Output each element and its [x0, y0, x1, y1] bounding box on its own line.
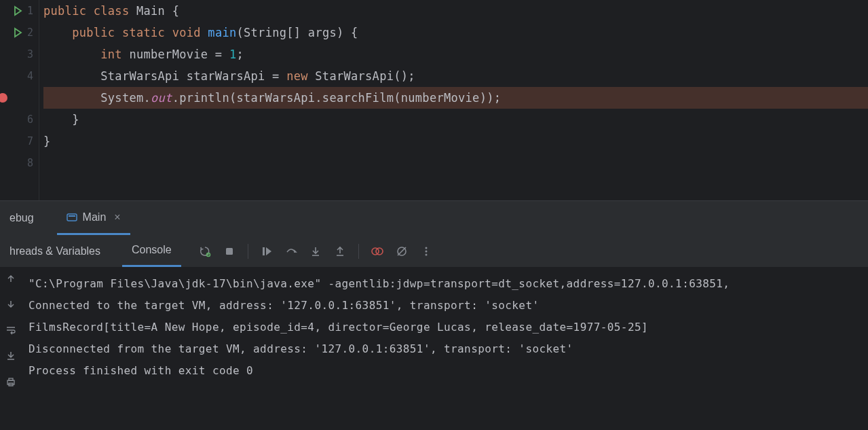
console-line: "C:\Program Files\Java\jdk-17\bin\java.e…	[29, 273, 861, 295]
gutter-line[interactable]: 2	[0, 22, 39, 43]
console-line: Disconnected from the target VM, address…	[29, 338, 861, 360]
tab-threads-variables[interactable]: hreads & Variables	[0, 235, 110, 267]
toolbar-separator	[248, 244, 248, 259]
tab-label: Main	[83, 211, 107, 223]
svg-point-8	[376, 248, 383, 255]
code-line[interactable]: }	[43, 130, 868, 152]
step-out-icon[interactable]	[334, 245, 346, 257]
svg-rect-15	[9, 378, 13, 380]
line-number: 7	[27, 135, 33, 147]
console-gutter	[0, 268, 22, 430]
svg-point-13	[425, 253, 427, 255]
close-icon[interactable]: ×	[114, 211, 120, 223]
app-icon	[67, 212, 77, 223]
gutter-line[interactable]	[0, 87, 39, 109]
run-icon[interactable]	[12, 5, 23, 16]
gutter-line[interactable]: 6	[0, 109, 39, 130]
toolbar-separator	[358, 244, 359, 259]
console-panel: "C:\Program Files\Java\jdk-17\bin\java.e…	[0, 268, 868, 430]
debug-toolbar: hreads & Variables Console	[0, 235, 868, 268]
breakpoint-icon[interactable]	[0, 93, 7, 103]
down-arrow-icon[interactable]	[5, 299, 16, 310]
tab-console[interactable]: Console	[122, 235, 181, 267]
debug-tool-window-label[interactable]: ebug	[0, 201, 43, 235]
up-arrow-icon[interactable]	[5, 273, 16, 284]
tab-run-config[interactable]: Main ×	[57, 201, 130, 235]
code-line[interactable]: public static void main(String[] args) {	[43, 22, 868, 43]
svg-rect-4	[263, 247, 265, 255]
stop-icon[interactable]	[223, 245, 235, 257]
console-line: FilmsRecord[title=A New Hope, episode_id…	[29, 317, 861, 338]
line-number: 8	[27, 157, 33, 169]
toolbar-icons	[199, 244, 432, 259]
code-line[interactable]: }	[43, 109, 868, 130]
gutter-line[interactable]: 3	[0, 43, 39, 65]
console-output[interactable]: "C:\Program Files\Java\jdk-17\bin\java.e…	[22, 268, 868, 430]
code-line[interactable]: public class Main {	[43, 0, 868, 22]
gutter-line[interactable]: 1	[0, 0, 39, 22]
resume-icon[interactable]	[261, 245, 273, 257]
svg-rect-3	[226, 248, 233, 255]
line-number: 1	[27, 5, 33, 17]
step-over-icon[interactable]	[285, 245, 297, 257]
svg-rect-1	[69, 215, 75, 217]
code-text-area[interactable]: public class Main { public static void m…	[39, 0, 868, 200]
step-into-icon[interactable]	[309, 245, 322, 257]
soft-wrap-icon[interactable]	[5, 325, 16, 336]
svg-point-11	[425, 247, 427, 249]
print-icon[interactable]	[5, 376, 16, 387]
code-line-breakpoint[interactable]: System.out.println(starWarsApi.searchFil…	[43, 87, 868, 109]
code-line[interactable]: int numberMovie = 1;	[43, 43, 868, 65]
gutter-line[interactable]: 7	[0, 130, 39, 152]
run-icon[interactable]	[12, 27, 23, 38]
console-line: Process finished with exit code 0	[29, 360, 861, 382]
code-line[interactable]	[43, 152, 868, 174]
debug-panel-tabs: ebug Main ×	[0, 201, 868, 235]
svg-rect-0	[67, 214, 77, 221]
line-number: 4	[27, 70, 33, 82]
view-breakpoints-icon[interactable]	[371, 245, 383, 257]
rerun-icon[interactable]	[199, 245, 211, 257]
editor-gutter[interactable]: 1 2 3 4 6 7 8	[0, 0, 39, 200]
gutter-line[interactable]: 8	[0, 152, 39, 174]
mute-breakpoints-icon[interactable]	[396, 245, 408, 257]
console-line: Connected to the target VM, address: '12…	[29, 295, 861, 317]
code-editor[interactable]: 1 2 3 4 6 7 8 public class Main {	[0, 0, 868, 200]
svg-point-12	[425, 250, 427, 252]
scroll-to-end-icon[interactable]	[5, 351, 16, 361]
more-icon[interactable]	[420, 245, 432, 257]
line-number: 2	[27, 26, 33, 39]
code-line[interactable]: StarWarsApi starWarsApi = new StarWarsAp…	[43, 65, 868, 87]
line-number: 3	[27, 48, 33, 60]
gutter-line[interactable]: 4	[0, 65, 39, 87]
line-number: 6	[27, 113, 33, 126]
